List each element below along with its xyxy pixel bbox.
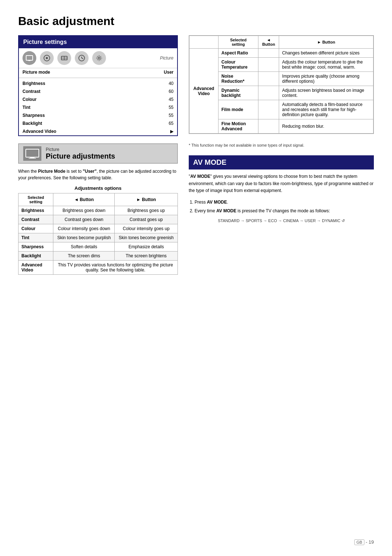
- av-mode-steps: Press AV MODE. Every time AV MODE is pre…: [189, 199, 374, 215]
- backlight-row: Backlight 65: [19, 119, 177, 127]
- advanced-video-table: Selectedsetting ◄ Button ► Button Advanc…: [189, 36, 373, 134]
- av-mode-section: AV MODE "AV MODE" gives you several view…: [189, 155, 374, 223]
- picture-settings-icons: Picture: [19, 48, 177, 68]
- picture-adj-title: Picture adjustments: [46, 152, 115, 160]
- colour-temp-fwd: Adjusts the colour temperature to give t…: [279, 58, 373, 72]
- adj-tint-label: Tint: [19, 233, 53, 242]
- adj-colour-label: Colour: [19, 224, 53, 233]
- adj-backlight-fwd: The screen brightens: [115, 252, 178, 261]
- sharpness-row: Sharpness 55: [19, 111, 177, 119]
- picture-settings-table: Picture mode User Brightness 40 Contrast…: [19, 68, 177, 135]
- picture-settings-box: Picture settings: [18, 35, 178, 136]
- picture-adj-subtitle: Picture: [46, 147, 115, 152]
- footnote: * This function may be not available in …: [189, 143, 374, 148]
- sound-icon[interactable]: [40, 51, 54, 65]
- adj-row-tint: Tint Skin tones become purplish Skin ton…: [19, 233, 178, 242]
- adj-backlight-back: The screen dims: [53, 252, 115, 261]
- adj-sharpness-fwd: Emphasize details: [115, 242, 178, 252]
- settings-icon[interactable]: [92, 51, 106, 65]
- picture-adj-icon: [23, 146, 41, 161]
- adj-header-fwd: ► Button: [115, 193, 178, 206]
- colour-temp-back: [258, 58, 279, 72]
- adj-brightness-fwd: Brightness goes up: [115, 206, 178, 215]
- contrast-row: Contrast 60: [19, 87, 177, 95]
- adj-header-setting: Selectedsetting: [19, 193, 53, 206]
- right-header-back: ◄ Button: [258, 36, 279, 49]
- picture-mode-label: Picture mode: [19, 68, 131, 76]
- av-mode-description: "AV MODE" gives you several viewing opti…: [189, 173, 374, 194]
- right-row-aspect: AdvancedVideo Aspect Ratio Changes betwe…: [189, 49, 373, 58]
- right-header-setting: [189, 36, 219, 49]
- picture-icon[interactable]: [23, 51, 36, 65]
- page-title: Basic adjustment: [18, 15, 374, 28]
- adj-row-advanced-video: Advanced Video This TV provides various …: [19, 261, 178, 275]
- picture-settings-header: Picture settings: [19, 36, 177, 48]
- svg-point-10: [98, 57, 100, 59]
- av-mode-step-2: Every time AV MODE is pressed the TV cha…: [195, 207, 374, 214]
- adj-backlight-label: Backlight: [19, 252, 53, 261]
- film-mode-label: Film mode: [219, 100, 258, 119]
- noise-reduction-label: NoiseReduction*: [219, 72, 258, 86]
- noise-back: [258, 72, 279, 86]
- adj-tint-back: Skin tones become purplish: [53, 233, 115, 242]
- clock-icon[interactable]: [75, 51, 89, 65]
- adj-tint-fwd: Skin tones become greenish: [115, 233, 178, 242]
- svg-rect-0: [26, 56, 33, 60]
- adj-row-brightness: Brightness Brightness goes down Brightne…: [19, 206, 178, 215]
- advanced-video-row: Advanced Video ▶: [19, 127, 177, 135]
- colour-temp-label: ColourTemperature: [219, 58, 258, 72]
- left-column: Picture settings: [18, 35, 178, 275]
- adj-advanced-video-label: Advanced Video: [19, 261, 53, 275]
- fine-motion-label: Fine MotionAdvanced: [219, 119, 258, 134]
- av-mode-flow: STANDARD → SPORTS → ECO → CINEMA → USER …: [189, 218, 374, 223]
- advanced-video-section-label: AdvancedVideo: [189, 49, 219, 134]
- picture-label: Picture: [160, 56, 173, 61]
- av-mode-header: AV MODE: [189, 155, 374, 169]
- advanced-video-table-wrapper: Selectedsetting ◄ Button ► Button Advanc…: [189, 35, 374, 134]
- tint-row: Tint 55: [19, 103, 177, 111]
- av-mode-step-1: Press AV MODE.: [195, 199, 374, 206]
- adj-colour-back: Colour intensity goes down: [53, 224, 115, 233]
- picture-adj-description: When the Picture Mode is set to "User", …: [18, 168, 178, 181]
- adj-row-backlight: Backlight The screen dims The screen bri…: [19, 252, 178, 261]
- aspect-ratio-fwd: Changes between different picture sizes: [279, 49, 373, 58]
- adj-header-back: ◄ Button: [53, 193, 115, 206]
- dynamic-fwd: Adjusts screen brightness based on image…: [279, 86, 373, 100]
- aspect-ratio-label: Aspect Ratio: [219, 49, 258, 58]
- page-number: GB - 19: [354, 539, 374, 545]
- noise-fwd: Improves picture quality (choose among d…: [279, 72, 373, 86]
- dynamic-backlight-label: Dynamicbacklight: [219, 86, 258, 100]
- brightness-row: Brightness 40: [19, 79, 177, 87]
- film-back: [258, 100, 279, 119]
- adj-advanced-video-desc: This TV provides various functions for o…: [53, 261, 178, 275]
- picture-adj-text: Picture Picture adjustments: [46, 147, 115, 160]
- svg-rect-1: [28, 60, 30, 61]
- adj-sharpness-label: Sharpness: [19, 242, 53, 252]
- svg-rect-11: [26, 149, 39, 157]
- main-layout: Picture settings: [18, 35, 374, 275]
- film-fwd: Automatically detects a film-based sourc…: [279, 100, 373, 119]
- right-header-fwd: ► Button: [279, 36, 373, 49]
- adj-sharpness-back: Soften details: [53, 242, 115, 252]
- adj-contrast-back: Contrast goes down: [53, 215, 115, 224]
- adj-brightness-back: Brightness goes down: [53, 206, 115, 215]
- adj-options-title: Adjustments options: [18, 185, 178, 191]
- fine-motion-fwd: Reducing motion blur.: [279, 119, 373, 134]
- fine-motion-back: [258, 119, 279, 134]
- right-column: Selectedsetting ◄ Button ► Button Advanc…: [189, 35, 374, 223]
- adj-row-contrast: Contrast Contrast goes down Contrast goe…: [19, 215, 178, 224]
- adj-colour-fwd: Colour intensity goes up: [115, 224, 178, 233]
- svg-line-9: [82, 58, 83, 59]
- adj-brightness-label: Brightness: [19, 206, 53, 215]
- svg-point-3: [46, 57, 48, 59]
- adj-contrast-fwd: Contrast goes up: [115, 215, 178, 224]
- dynamic-back: [258, 86, 279, 100]
- adj-contrast-label: Contrast: [19, 215, 53, 224]
- adjustments-table: Selectedsetting ◄ Button ► Button Bright…: [18, 193, 178, 275]
- picture-mode-value: User: [131, 68, 177, 76]
- colour-row: Colour 45: [19, 95, 177, 103]
- gb-badge: GB: [354, 539, 364, 545]
- adj-row-sharpness: Sharpness Soften details Emphasize detai…: [19, 242, 178, 252]
- channel-icon[interactable]: [57, 51, 71, 65]
- aspect-ratio-back: [258, 49, 279, 58]
